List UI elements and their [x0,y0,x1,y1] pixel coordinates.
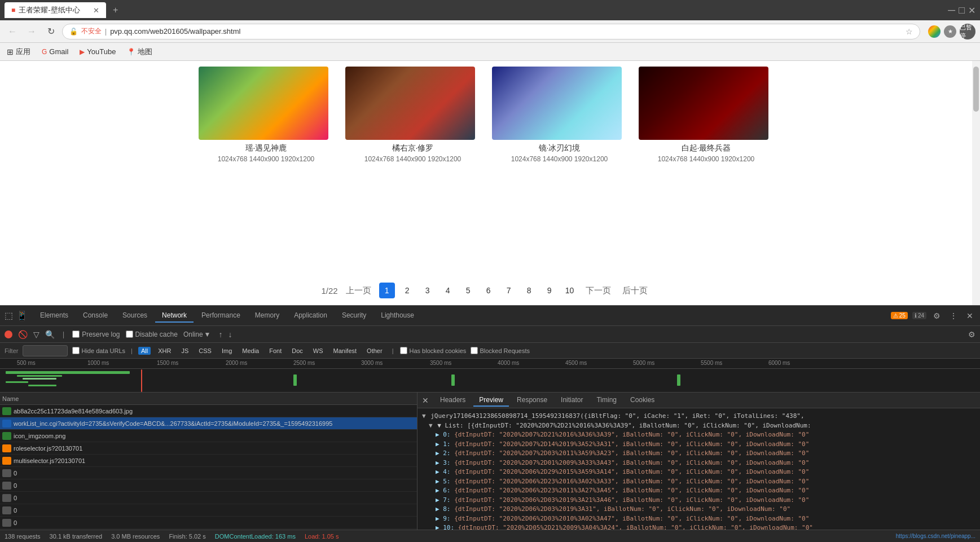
settings-icon[interactable]: ⚙ [931,310,943,321]
filter-input[interactable] [23,345,68,356]
page-btn-6[interactable]: 6 [481,283,496,298]
right-tab-response[interactable]: Response [511,394,553,407]
collapse-root[interactable]: ▼ [422,412,426,420]
blocked-cookies-checkbox[interactable]: Has blocked cookies [400,347,466,354]
page-btn-3[interactable]: 3 [420,283,436,298]
tab-network[interactable]: Network [155,309,194,323]
tab-memory[interactable]: Memory [248,309,286,323]
upload-icon[interactable]: ↑ [218,330,222,339]
page-btn-5[interactable]: 5 [460,283,476,298]
filter-font[interactable]: Font [266,347,284,355]
warning-badge[interactable]: ⚠ 25 [891,312,908,319]
page-btn-10[interactable]: 10 [562,283,578,298]
more-options-icon[interactable]: ⋮ [947,310,960,321]
right-tab-headers[interactable]: Headers [434,394,471,407]
close-devtools-icon[interactable]: ✕ [964,310,975,321]
filter-doc[interactable]: Doc [289,347,306,355]
tab-elements[interactable]: Elements [33,309,75,323]
disable-cache-input[interactable] [126,331,133,338]
filter-media[interactable]: Media [239,347,262,355]
page-btn-2[interactable]: 2 [399,283,415,298]
filter-other[interactable]: Other [364,347,385,355]
devtools-cursor-icon[interactable]: ⬚ [5,310,13,321]
filter-js[interactable]: JS [178,347,191,355]
filter-icon[interactable]: ▽ [33,330,39,339]
hide-data-urls-checkbox[interactable]: Hide data URLs [72,347,125,354]
right-tab-timing[interactable]: Timing [591,394,622,407]
network-row-5[interactable]: 0 [0,467,417,479]
bookmark-maps[interactable]: 📍 地图 [125,46,155,58]
info-badge[interactable]: ℹ 24 [912,312,926,319]
new-tab-button[interactable]: + [113,5,118,15]
network-timeline[interactable]: 500 ms 1000 ms 1500 ms 2000 ms 2500 ms 3… [0,359,980,393]
collapse-list[interactable]: ▼ [429,422,433,429]
page-btn-7[interactable]: 7 [501,283,517,298]
extension-icon[interactable]: ★ [944,25,956,38]
blocked-cookies-input[interactable] [400,347,407,354]
page-btn-1[interactable]: 1 [379,283,395,298]
network-row-6[interactable]: 0 [0,479,417,492]
tab-close-icon[interactable]: ✕ [93,6,99,15]
clear-button[interactable]: 🚫 [18,330,28,339]
wallpaper-thumb-1[interactable] [345,67,475,140]
minimize-button[interactable]: ─ [948,5,955,16]
wallpaper-thumb-0[interactable] [199,67,328,140]
page-btn-9[interactable]: 9 [542,283,557,298]
network-row-3[interactable]: roleselector.js?20130701 [0,442,417,455]
tab-sources[interactable]: Sources [116,309,154,323]
bookmark-star-icon[interactable]: ☆ [906,27,913,36]
filter-ws[interactable]: WS [310,347,326,355]
close-right-panel-icon[interactable]: ✕ [422,396,429,405]
tab-lighthouse[interactable]: Lighthouse [374,309,421,323]
close-button[interactable]: ✕ [968,5,975,16]
reload-button[interactable]: ↻ [43,24,59,39]
wallpaper-thumb-2[interactable] [492,67,622,140]
online-dropdown[interactable]: Online ▼ [183,331,211,338]
next-page-link[interactable]: 下一页 [582,284,614,297]
tab-application[interactable]: Application [287,309,334,323]
filter-img[interactable]: Img [219,347,235,355]
network-row-2[interactable]: icon_imgzoom.png [0,430,417,442]
record-button[interactable] [5,331,12,338]
network-row-8[interactable]: 0 [0,504,417,517]
preserve-log-checkbox[interactable]: Preserve log [72,331,120,338]
search-icon[interactable]: 🔍 [45,330,55,339]
right-tab-preview[interactable]: Preview [473,394,509,407]
preserve-log-input[interactable] [72,331,80,338]
scrollbar-thumb[interactable] [973,67,979,112]
bookmark-apps[interactable]: ⊞ 应用 [5,46,33,58]
bookmark-youtube[interactable]: ▶ YouTube [77,46,118,57]
network-row-9[interactable]: 0 [0,517,417,529]
blocked-req-input[interactable] [471,347,478,354]
browser-tab[interactable]: ■ 王者荣耀-壁纸中心 ✕ [5,2,106,18]
filter-css[interactable]: CSS [196,347,214,355]
right-tab-cookies[interactable]: Cookies [625,394,660,407]
prev-page-link[interactable]: 上一页 [342,284,375,297]
browser-scrollbar[interactable] [972,61,980,305]
page-btn-4[interactable]: 4 [440,283,456,298]
filter-all[interactable]: All [138,347,151,355]
page-btn-8[interactable]: 8 [521,283,537,298]
network-row-1[interactable]: workList_inc.cgi?activityId=2735&sVerify… [0,417,417,430]
hide-data-urls-input[interactable] [72,347,80,354]
devtools-device-icon[interactable]: 📱 [16,310,28,321]
last-page-link[interactable]: 后十页 [619,284,651,297]
settings2-icon[interactable]: ⚙ [968,330,975,339]
blocked-req-checkbox[interactable]: Blocked Requests [471,347,530,354]
status-link[interactable]: https://blogs.csdn.net/pineapp... [896,533,975,539]
network-row-0[interactable]: ab8a2cc25c11723da9e814e589cad603.jpg [0,405,417,417]
chrome-menu-icon[interactable] [928,25,941,38]
disable-cache-checkbox[interactable]: Disable cache [126,331,178,338]
tab-performance[interactable]: Performance [195,309,247,323]
network-row-4[interactable]: multiselector.js?20130701 [0,455,417,467]
maximize-button[interactable]: □ [959,5,965,16]
forward-button[interactable]: → [24,24,39,39]
download-icon[interactable]: ↓ [228,330,232,339]
filter-manifest[interactable]: Manifest [331,347,360,355]
network-row-7[interactable]: 0 [0,492,417,504]
profile-button[interactable]: 已暂停 [960,24,975,39]
right-tab-initiator[interactable]: Initiator [555,394,588,407]
tab-console[interactable]: Console [76,309,115,323]
filter-xhr[interactable]: XHR [155,347,174,355]
address-bar[interactable]: 🔓 不安全 | pvp.qq.com/web201605/wallpaper.s… [62,24,920,39]
